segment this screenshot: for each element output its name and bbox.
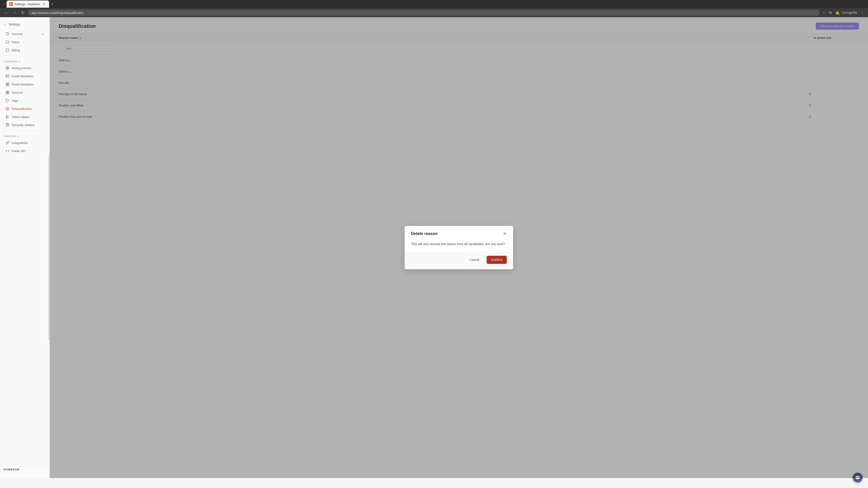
sidebar-item-email-templates[interactable]: Email templates <box>2 72 48 80</box>
forward-button[interactable]: → <box>11 10 18 15</box>
sidebar-item-event-templates[interactable]: Event templates <box>2 80 48 88</box>
svg-rect-6 <box>8 83 9 84</box>
modal-title: Delete reason <box>411 231 438 236</box>
trash-icon <box>5 123 9 127</box>
sidebar: ← Settings Security ▲ Plans <box>0 17 50 478</box>
chevron-up-icon: ▲ <box>41 32 44 35</box>
svg-rect-7 <box>6 85 7 86</box>
app-layout: ← Settings Security ▲ Plans <box>0 17 868 478</box>
bookmark-icon[interactable]: ☆ <box>822 10 827 16</box>
sidebar-item-billing[interactable]: Billing <box>2 46 48 54</box>
cancel-button[interactable]: Cancel <box>465 256 484 264</box>
sidebar-scrollbar[interactable] <box>49 156 50 340</box>
menu-icon[interactable]: ⋮ <box>860 10 865 16</box>
sidebar-item-integrations[interactable]: Integrations <box>2 139 48 147</box>
sidebar-item-hiring-process[interactable]: Hiring process <box>2 64 48 72</box>
back-arrow-icon: ← <box>4 23 7 26</box>
gear-icon <box>5 66 9 70</box>
incognito-button[interactable]: 🕵 Incognito <box>834 10 858 16</box>
address-bar-row: ← → ↻ ☆ ⧉ 🕵 Incognito ⋮ <box>0 8 868 17</box>
main-content: Disqualification Add disqualification re… <box>50 17 868 478</box>
scissors-icon <box>5 115 9 119</box>
modal-body: This will also remove the reason from al… <box>405 240 513 252</box>
tab-favicon: H <box>9 2 13 6</box>
confirm-button[interactable]: Confirm <box>487 256 507 264</box>
address-input[interactable] <box>28 9 819 16</box>
svg-point-3 <box>7 68 8 68</box>
active-tab[interactable]: H Settings · Homerun ✕ <box>6 0 49 8</box>
svg-rect-5 <box>6 83 7 84</box>
modal-overlay: Delete reason ✕ This will also remove th… <box>50 17 868 478</box>
shield-icon <box>5 32 9 36</box>
customize-section-label: Customize ▼ <box>0 133 50 139</box>
sidebar-item-talent-clipper[interactable]: Talent clipper <box>2 113 48 121</box>
reload-button[interactable]: ↻ <box>20 10 26 15</box>
new-tab-button[interactable]: + <box>50 1 55 7</box>
modal-footer: Cancel Confirm <box>405 252 513 269</box>
sidebar-back[interactable]: ← Settings <box>0 21 50 28</box>
tab-bar: ‹ H Settings · Homerun ✕ + <box>0 0 868 8</box>
svg-line-18 <box>8 117 9 118</box>
svg-point-15 <box>6 116 7 116</box>
back-button[interactable]: ← <box>3 10 9 15</box>
homerun-logo: HOMERUN <box>0 464 50 475</box>
sidebar-item-sources[interactable]: Sources <box>2 89 48 96</box>
sidebar-item-public-api[interactable]: Public API <box>2 147 48 155</box>
incognito-icon: 🕵 <box>834 10 841 16</box>
sidebar-item-plans[interactable]: Plans <box>2 38 48 46</box>
tab-nav-prev[interactable]: ‹ <box>2 1 6 7</box>
sidebar-item-disqualification[interactable]: Disqualification <box>2 105 48 112</box>
grid-icon <box>5 82 9 86</box>
modal-header: Delete reason ✕ <box>405 226 513 240</box>
sidebar-item-security[interactable]: Security ▲ <box>2 30 48 38</box>
candidates-chevron: ▼ <box>18 60 21 63</box>
divider-1 <box>4 56 46 56</box>
svg-rect-19 <box>6 124 9 126</box>
delete-reason-modal: Delete reason ✕ This will also remove th… <box>405 226 513 269</box>
link-icon <box>5 141 9 145</box>
code-icon <box>5 149 9 153</box>
customize-chevron: ▼ <box>18 135 20 138</box>
svg-rect-0 <box>6 49 9 52</box>
tab-icon[interactable]: ⧉ <box>828 10 833 15</box>
svg-point-16 <box>6 117 7 118</box>
calendar-icon <box>5 48 9 52</box>
tab-label: Settings · Homerun <box>15 2 40 6</box>
modal-close-button[interactable]: ✕ <box>503 231 507 236</box>
mail-icon <box>5 74 9 78</box>
tab-close-button[interactable]: ✕ <box>42 2 46 6</box>
globe-icon <box>5 90 9 94</box>
tag-icon <box>5 98 9 103</box>
box-icon <box>5 40 9 44</box>
sidebar-item-recently-deleted[interactable]: Recently deleted <box>2 121 48 129</box>
toolbar-icons: ☆ ⧉ 🕵 Incognito ⋮ <box>822 10 865 16</box>
circle-x-icon <box>5 107 9 111</box>
svg-rect-8 <box>8 85 9 86</box>
sidebar-item-tags[interactable]: Tags <box>2 97 48 104</box>
divider-2 <box>4 131 46 131</box>
candidates-section-label: Candidates ▼ <box>0 58 50 64</box>
